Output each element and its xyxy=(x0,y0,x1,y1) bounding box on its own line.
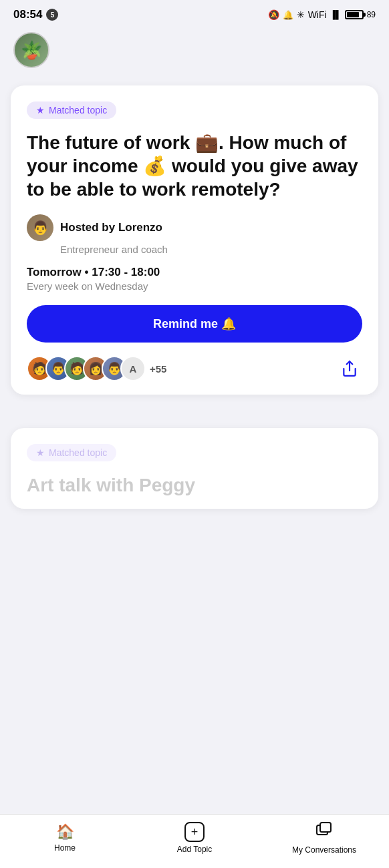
wifi-icon: WiFi xyxy=(308,9,327,20)
spacer xyxy=(11,408,378,428)
matched-topic-badge-2: ★ Matched topic xyxy=(27,444,116,461)
participant-count: +55 xyxy=(150,363,166,375)
event-card-2-preview: ★ Matched topic Art talk with Peggy xyxy=(11,428,378,509)
nav-my-conversations[interactable]: My Conversations xyxy=(259,821,389,855)
participant-avatar-letter: A xyxy=(120,356,146,381)
time-row: Tomorrow • 17:30 - 18:00 xyxy=(27,266,362,279)
matched-topic-label-2: Matched topic xyxy=(49,447,107,458)
host-subtitle: Entrepreneur and coach xyxy=(60,244,362,255)
avatar-emoji: 🪴 xyxy=(21,40,42,61)
participants-row: 🧑 👨 🧑 👩 👨 A xyxy=(27,356,362,381)
participant-avatars: 🧑 👨 🧑 👩 👨 A xyxy=(27,356,139,381)
home-icon: 🏠 xyxy=(56,823,74,841)
alarm-icon: 🔔 xyxy=(283,10,293,20)
host-name: Hosted by Lorenzo xyxy=(60,221,162,234)
event-time-main: Tomorrow • 17:30 - 18:00 xyxy=(27,266,362,279)
nav-home[interactable]: 🏠 Home xyxy=(0,823,130,853)
bluetooth-icon: ✳ xyxy=(297,9,305,20)
host-row: 👨 Hosted by Lorenzo xyxy=(27,214,362,241)
status-bar: 08:54 5 🔕 🔔 ✳ WiFi ▐▌ 89 xyxy=(0,0,389,27)
add-topic-label: Add Topic xyxy=(177,845,212,854)
status-icons: 🔕 🔔 ✳ WiFi ▐▌ 89 xyxy=(268,9,376,20)
star-icon-2: ★ xyxy=(36,447,45,458)
header-avatar-section: 🪴 xyxy=(0,27,389,79)
event-time-sub: Every week on Wednesday xyxy=(27,280,362,292)
battery-icon xyxy=(345,10,364,19)
conversations-icon xyxy=(315,821,333,843)
avatar[interactable]: 🪴 xyxy=(13,32,49,68)
remind-me-button[interactable]: Remind me 🔔 xyxy=(27,305,362,343)
nav-add-topic[interactable]: + Add Topic xyxy=(130,822,259,854)
share-button[interactable] xyxy=(337,356,362,381)
home-label: Home xyxy=(54,843,76,853)
my-conversations-label: My Conversations xyxy=(292,845,356,855)
notification-badge: 5 xyxy=(46,9,58,21)
battery-percent: 89 xyxy=(367,10,376,19)
scroll-area: ★ Matched topic The future of work 💼. Ho… xyxy=(0,79,389,509)
bottom-nav: 🏠 Home + Add Topic My Conversations xyxy=(0,814,389,868)
remind-me-label: Remind me 🔔 xyxy=(153,316,236,331)
mute-icon: 🔕 xyxy=(268,9,279,20)
event-title: The future of work 💼. How much of your i… xyxy=(27,131,362,201)
status-time: 08:54 xyxy=(13,8,42,21)
matched-topic-label: Matched topic xyxy=(49,105,107,116)
star-icon: ★ xyxy=(36,105,45,116)
add-topic-icon: + xyxy=(184,822,205,842)
signal-icon: ▐▌ xyxy=(330,10,342,19)
matched-topic-badge: ★ Matched topic xyxy=(27,101,116,119)
event-card-1: ★ Matched topic The future of work 💼. Ho… xyxy=(11,85,378,395)
event-title-2: Art talk with Peggy xyxy=(27,473,362,497)
host-emoji: 👨 xyxy=(32,220,49,236)
host-avatar: 👨 xyxy=(27,214,53,241)
svg-rect-2 xyxy=(320,823,331,832)
